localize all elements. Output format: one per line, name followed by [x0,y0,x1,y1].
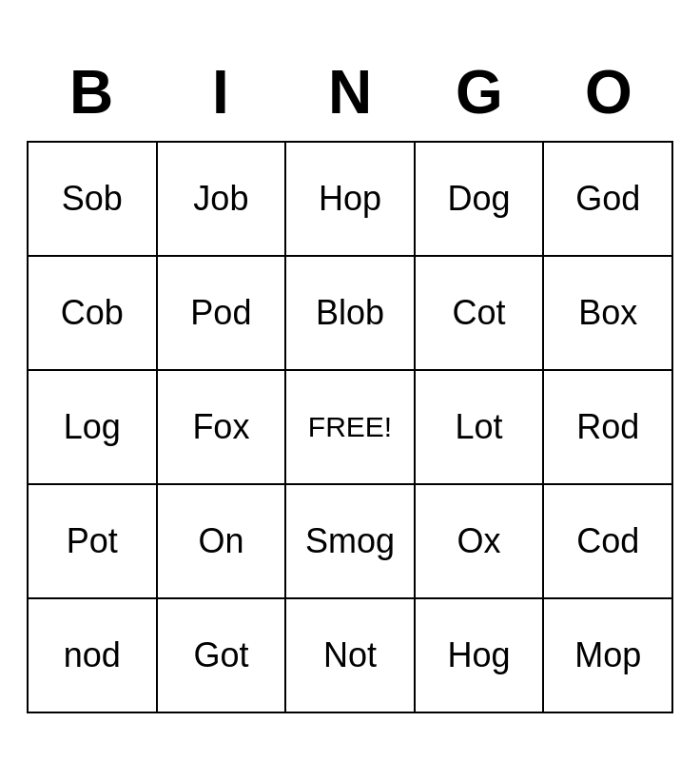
cell-0-3[interactable]: Dog [416,143,545,257]
header-o: O [544,48,673,137]
cell-4-4[interactable]: Mop [544,599,673,713]
cell-1-3[interactable]: Cot [416,257,545,371]
bingo-header: B I N G O [27,48,673,137]
bingo-card: B I N G O Sob Job Hop Dog God Cob Pod Bl… [27,48,673,713]
cell-1-0[interactable]: Cob [29,257,158,371]
cell-4-3[interactable]: Hog [416,599,545,713]
cell-1-2[interactable]: Blob [286,257,416,371]
cell-1-1[interactable]: Pod [158,257,287,371]
cell-3-3[interactable]: Ox [416,485,545,599]
cell-4-0[interactable]: nod [29,599,158,713]
cell-2-3[interactable]: Lot [416,371,545,485]
cell-3-0[interactable]: Pot [29,485,158,599]
cell-3-4[interactable]: Cod [544,485,673,599]
cell-2-2-free[interactable]: FREE! [286,371,416,485]
cell-0-4[interactable]: God [544,143,673,257]
header-i: I [156,48,285,137]
cell-1-4[interactable]: Box [544,257,673,371]
cell-2-1[interactable]: Fox [158,371,287,485]
cell-2-4[interactable]: Rod [544,371,673,485]
cell-3-2[interactable]: Smog [286,485,416,599]
header-g: G [415,48,544,137]
cell-4-1[interactable]: Got [158,599,287,713]
header-n: N [285,48,415,137]
cell-3-1[interactable]: On [158,485,287,599]
cell-0-1[interactable]: Job [158,143,287,257]
cell-4-2[interactable]: Not [286,599,416,713]
cell-2-0[interactable]: Log [29,371,158,485]
header-b: B [27,48,156,137]
bingo-grid: Sob Job Hop Dog God Cob Pod Blob Cot Box… [27,141,673,713]
cell-0-0[interactable]: Sob [29,143,158,257]
cell-0-2[interactable]: Hop [286,143,416,257]
